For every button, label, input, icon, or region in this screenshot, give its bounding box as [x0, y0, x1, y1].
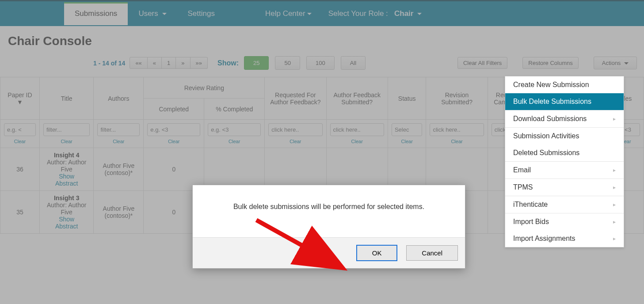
menu-import-bids[interactable]: Import Bids▸: [505, 213, 624, 230]
menu-ithenticate[interactable]: iThenticate▸: [505, 196, 624, 213]
chevron-right-icon: ▸: [613, 236, 616, 242]
chevron-right-icon: ▸: [613, 116, 616, 122]
chevron-right-icon: ▸: [613, 167, 616, 173]
menu-deleted-submissions[interactable]: Deleted Submissions: [505, 144, 624, 161]
chevron-right-icon: ▸: [613, 201, 616, 208]
menu-email[interactable]: Email▸: [505, 162, 624, 179]
menu-bulk-delete[interactable]: Bulk Delete Submissions: [505, 93, 624, 110]
actions-dropdown: Create New Submission Bulk Delete Submis…: [505, 76, 624, 247]
menu-import-assignments[interactable]: Import Assignments▸: [505, 230, 624, 247]
menu-tpms[interactable]: TPMS▸: [505, 179, 624, 196]
menu-create-submission[interactable]: Create New Submission: [505, 76, 624, 93]
dialog-message: Bulk delete submissions will be performe…: [193, 185, 465, 237]
chevron-right-icon: ▸: [613, 184, 616, 190]
menu-submission-activities[interactable]: Submission Activities: [505, 128, 624, 144]
menu-download-submissions[interactable]: Download Submissions▸: [505, 110, 624, 127]
cancel-button[interactable]: Cancel: [406, 245, 458, 261]
confirm-dialog: Bulk delete submissions will be performe…: [192, 185, 465, 269]
ok-button[interactable]: OK: [356, 245, 398, 261]
chevron-right-icon: ▸: [613, 219, 616, 225]
